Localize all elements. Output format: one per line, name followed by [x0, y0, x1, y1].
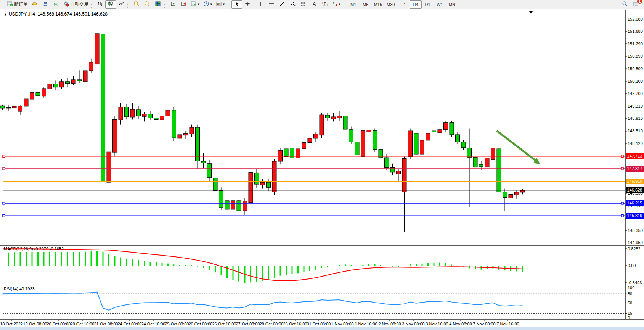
indicators-icon: [216, 1, 222, 8]
cursor-icon: [234, 1, 240, 8]
macd-axis-label: 0.00: [628, 263, 636, 268]
arrow-objects-button[interactable]: ▼: [330, 0, 343, 9]
channel-icon: E: [290, 1, 296, 8]
text-label-button[interactable]: T: [320, 0, 330, 9]
notification-badge: 1: [637, 0, 642, 4]
fibonacci-button[interactable]: F: [298, 0, 309, 9]
line-chart-icon: [118, 1, 124, 8]
time-axis-label: 1 Nov 16:00: [353, 322, 379, 326]
price-tick-label: 150.890: [628, 54, 643, 58]
arrow-objects-icon: [332, 1, 338, 8]
signal-button[interactable]: [51, 0, 61, 9]
time-axis-label: 2 Nov 08:00: [376, 322, 403, 326]
timeframe-d1-button[interactable]: D1: [422, 0, 434, 9]
rsi-label: RSI(14) 40.7933: [4, 287, 35, 291]
svg-text:E: E: [294, 4, 296, 6]
period-clock-icon: [203, 1, 209, 8]
bar-chart-button[interactable]: [95, 0, 105, 9]
period-clock-button[interactable]: ▼: [202, 0, 214, 9]
text-icon: A: [311, 1, 317, 8]
zoom-in-button[interactable]: [131, 0, 142, 9]
notifications-button[interactable]: 1: [630, 0, 641, 9]
line-chart-button[interactable]: [116, 0, 127, 9]
trendline-button[interactable]: [277, 0, 287, 9]
price-tick-label: 144.950: [628, 240, 643, 245]
timeframe-m30-button[interactable]: M30: [384, 0, 397, 9]
time-axis-label: 24 Oct 16:00: [140, 322, 167, 326]
auto-scroll-icon: [170, 1, 176, 8]
autotrading-button[interactable]: 自动交易: [61, 0, 90, 9]
tile-windows-button[interactable]: [153, 0, 163, 9]
auto-scroll-button[interactable]: [168, 0, 178, 9]
zoom-out-button[interactable]: [142, 0, 153, 9]
chevron-down-icon: ▼: [222, 3, 225, 6]
gold-icon: [32, 1, 38, 8]
time-axis-label: 20 Oct 16:00: [69, 322, 96, 326]
time-axis-label: 3 Nov 00:00: [400, 322, 427, 326]
time-axis-label: 21 Oct 08:00: [93, 322, 119, 326]
timeframe-m1-button[interactable]: M1: [347, 0, 360, 9]
autotrading-label: 自动交易: [70, 1, 88, 8]
price-tick-label: 150.100: [628, 79, 643, 84]
price-tick-label: 145.350: [628, 228, 643, 233]
time-axis-label: 28 Oct 16:00: [282, 322, 308, 326]
svg-text:T: T: [324, 2, 326, 6]
toolbar-grip: [228, 2, 230, 8]
price-tick-label: 150.500: [628, 66, 643, 71]
time-axis-label: 26 Oct 00:00: [187, 322, 214, 326]
chart-ohlc-values: 146.568 146.674 146.501 146.628: [38, 11, 108, 17]
time-axis-label: 7 Nov 00:00: [471, 322, 498, 326]
timeframe-w1-button[interactable]: W1: [434, 0, 446, 9]
time-axis-label: 3 Nov 16:00: [424, 322, 450, 326]
indicators-button[interactable]: ▼: [214, 0, 227, 9]
macd-label: MACD(12,26,9) -0.2979 -0.1652: [4, 246, 64, 251]
time-axis-label: 1 Nov 00:00: [329, 322, 356, 326]
symbol-dropdown-caret[interactable]: ▼: [4, 13, 7, 16]
timeframe-h4-button[interactable]: H4: [410, 0, 422, 9]
chevron-down-icon: ▼: [197, 3, 200, 6]
mt4-application: 新订单 自动交易 ▼ ▼ ▼ E F A T ▼: [0, 0, 644, 330]
timeframe-h1-button[interactable]: H1: [397, 0, 410, 9]
fibonacci-icon: F: [300, 1, 307, 8]
search-button[interactable]: [620, 0, 630, 9]
timeframe-mn-button[interactable]: MN: [446, 0, 458, 9]
gold-button[interactable]: [29, 0, 40, 9]
price-tick-label: 152.080: [628, 17, 643, 21]
timeframe-m15-button[interactable]: M15: [372, 0, 384, 9]
chart-shift-button[interactable]: [178, 0, 189, 9]
price-tick-label: 151.290: [628, 42, 643, 46]
zoom-in-icon: [133, 1, 140, 8]
vertical-line-button[interactable]: [255, 0, 266, 9]
candlestick-chart-button[interactable]: [105, 0, 116, 9]
candlestick-chart-icon: [108, 1, 114, 8]
new-chart-button[interactable]: ▼: [189, 0, 202, 9]
toolbar-grip: [344, 2, 346, 8]
new-order-button[interactable]: 新订单: [5, 0, 29, 9]
price-tick-label: 148.120: [628, 141, 643, 146]
time-axis-label: 19 Oct 08:00: [22, 322, 48, 326]
crosshair-button[interactable]: [242, 0, 253, 9]
time-axis-label: 26 Oct 16:00: [211, 322, 238, 326]
price-tick-label: 149.310: [628, 104, 643, 108]
price-line-badge: 147.317: [626, 166, 644, 172]
channel-button[interactable]: E: [287, 0, 298, 9]
horizontal-line-button[interactable]: [266, 0, 277, 9]
text-button[interactable]: A: [309, 0, 320, 9]
toolbar-grip: [164, 2, 166, 8]
window-bottom-strip: [0, 327, 644, 330]
cursor-button[interactable]: [231, 0, 242, 9]
time-axis-label: 27 Oct 08:00: [234, 322, 261, 326]
profile-button[interactable]: [40, 0, 51, 9]
chart-symbol-period: USDJPY-,H4: [9, 11, 35, 17]
new-chart-icon: [191, 1, 197, 8]
toolbar-grip: [2, 2, 4, 8]
signal-icon: [53, 1, 59, 8]
chart-shift-icon: [181, 1, 187, 8]
chart-window[interactable]: [0, 10, 644, 327]
rsi-axis-label: 50: [628, 301, 632, 305]
vertical-line-icon: [258, 1, 264, 8]
price-line-badge: 145.819: [626, 213, 644, 219]
svg-text:F: F: [305, 5, 306, 7]
text-label-icon: T: [322, 1, 328, 8]
timeframe-m5-button[interactable]: M5: [360, 0, 372, 9]
